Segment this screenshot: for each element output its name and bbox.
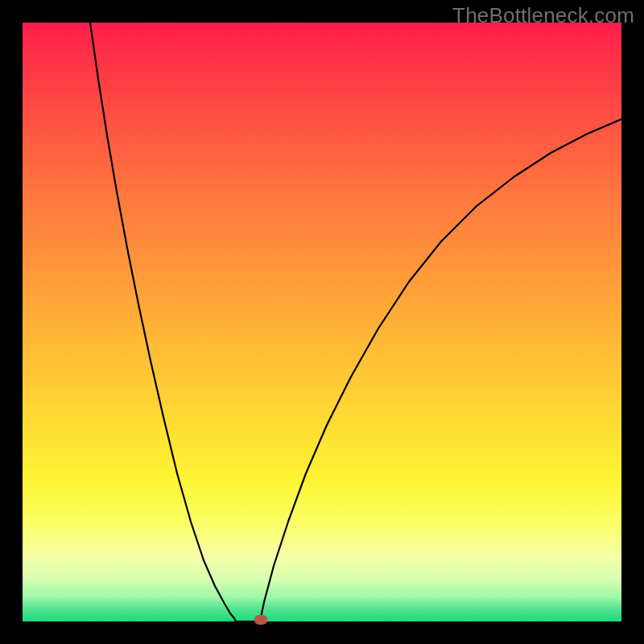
optimal-point-marker <box>254 615 267 625</box>
chart-frame: TheBottleneck.com <box>0 0 644 644</box>
bottleneck-curve <box>23 23 621 621</box>
curve-path <box>90 23 621 621</box>
plot-area <box>23 23 621 621</box>
watermark-text: TheBottleneck.com <box>452 3 634 28</box>
